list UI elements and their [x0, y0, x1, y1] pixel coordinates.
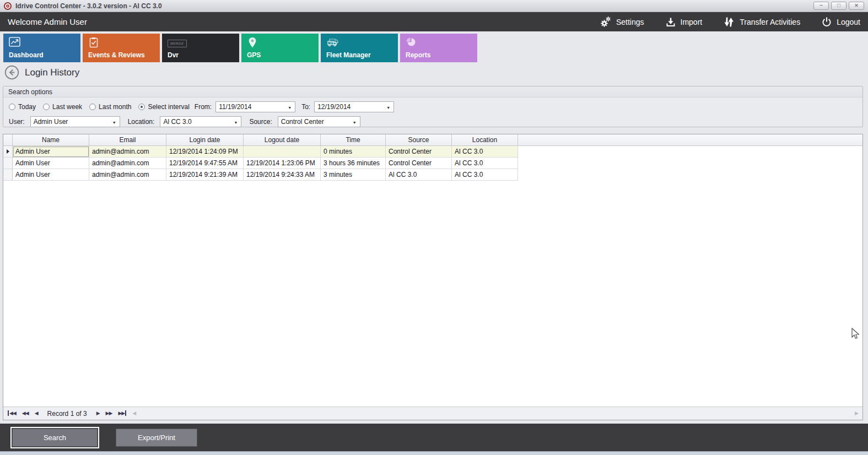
cell-logout-date[interactable] — [244, 146, 321, 158]
cell-logout-date[interactable]: 12/19/2014 9:24:33 AM — [244, 169, 321, 181]
cell-login-date[interactable]: 12/19/2014 9:21:39 AM — [166, 169, 244, 181]
tile-dashboard-label: Dashboard — [9, 51, 44, 59]
radio-last-week[interactable]: Last week — [43, 103, 82, 111]
column-header-name[interactable]: Name — [13, 134, 89, 145]
settings-button[interactable]: Settings — [600, 16, 644, 28]
radio-last-month-label: Last month — [99, 103, 131, 111]
cell-login-date[interactable]: 12/19/2014 1:24:09 PM — [166, 146, 244, 158]
column-header-email[interactable]: Email — [89, 134, 166, 145]
welcome-bar: Welcome Admin User Settings — [0, 12, 868, 31]
nav-last-record-button[interactable] — [118, 411, 126, 416]
tile-dvr-label: Dvr — [168, 51, 179, 59]
source-dropdown[interactable]: Control Center — [278, 116, 360, 127]
filters-row: User: Admin User Location: Al CC 3.0 Sou… — [3, 116, 862, 127]
row-indicator-cell — [3, 169, 13, 181]
back-button[interactable] — [4, 65, 19, 80]
title-bar: Idrive Control Center - 3.0.2 version - … — [0, 0, 868, 12]
column-header-logout-date[interactable]: Logout date — [244, 134, 321, 145]
close-button[interactable] — [849, 2, 864, 10]
cell-logout-date[interactable]: 12/19/2014 1:23:06 PM — [244, 158, 321, 169]
tile-dvr[interactable]: MERGE Dvr — [162, 34, 239, 62]
cell-login-date[interactable]: 12/19/2014 9:47:55 AM — [166, 158, 244, 169]
location-label: Location: — [128, 118, 155, 126]
merge-logo-icon: MERGE — [168, 40, 187, 47]
radio-last-month[interactable]: Last month — [89, 103, 131, 111]
cell-location[interactable]: Al CC 3.0 — [452, 169, 518, 181]
radio-today-label: Today — [18, 103, 36, 111]
trend-chart-icon — [9, 37, 21, 48]
to-date-picker[interactable]: 12/19/2014 — [314, 101, 394, 112]
radio-select-interval-circle — [138, 104, 145, 110]
cell-name[interactable]: Admin User — [13, 169, 89, 181]
search-options-panel: Search options Today Last week Last mont… — [3, 86, 863, 127]
hscroll-left-arrow-icon[interactable] — [132, 411, 136, 416]
cell-name[interactable]: Admin User — [13, 158, 89, 169]
nav-first-record-button[interactable] — [8, 411, 16, 416]
source-value: Control Center — [281, 118, 324, 126]
dropdown-arrow-icon — [353, 118, 357, 126]
cell-name[interactable]: Admin User — [13, 146, 89, 158]
map-pin-icon — [247, 37, 258, 48]
radio-today[interactable]: Today — [9, 103, 36, 111]
user-dropdown[interactable]: Admin User — [30, 116, 120, 127]
tile-gps[interactable]: GPS — [241, 34, 319, 62]
cell-time[interactable]: 0 minutes — [321, 146, 386, 158]
cell-email[interactable]: admin@admin.com — [89, 146, 166, 158]
window-controls — [813, 2, 864, 10]
dropdown-arrow-icon — [234, 118, 238, 126]
column-header-login-date[interactable]: Login date — [166, 134, 244, 145]
column-header-time[interactable]: Time — [321, 134, 386, 145]
radio-last-week-label: Last week — [52, 103, 82, 111]
download-tray-icon — [665, 17, 676, 28]
from-date-picker[interactable]: 11/19/2014 — [215, 101, 295, 112]
import-button[interactable]: Import — [665, 17, 703, 28]
nav-next-page-button[interactable] — [106, 411, 112, 416]
tile-events-reviews[interactable]: Events & Reviews — [83, 34, 160, 62]
settings-label: Settings — [616, 18, 644, 26]
transfer-activities-label: Transfer Activities — [740, 18, 800, 26]
page-title: Login History — [25, 67, 79, 78]
logout-button[interactable]: Logout — [821, 17, 860, 28]
cell-time[interactable]: 3 minutes — [321, 169, 386, 181]
cell-location[interactable]: Al CC 3.0 — [452, 158, 518, 169]
hscroll-right-arrow-icon[interactable] — [855, 411, 858, 416]
nav-previous-record-button[interactable] — [35, 411, 38, 416]
tile-events-reviews-label: Events & Reviews — [88, 51, 145, 59]
column-header-location[interactable]: Location — [452, 134, 518, 145]
record-navigator: Record 1 of 3 — [3, 407, 862, 420]
footer-bar: Search Export/Print — [0, 424, 868, 451]
from-date-value: 11/19/2014 — [219, 103, 251, 111]
cell-source[interactable]: Control Center — [386, 158, 452, 169]
cell-email[interactable]: admin@admin.com — [89, 169, 166, 181]
column-header-filler — [518, 134, 862, 145]
user-label: User: — [9, 118, 25, 126]
tile-reports-label: Reports — [406, 51, 430, 59]
nav-previous-page-button[interactable] — [22, 411, 29, 416]
radio-last-week-circle — [43, 104, 50, 110]
maximize-button[interactable] — [831, 2, 847, 10]
table-row[interactable]: Admin User admin@admin.com 12/19/2014 1:… — [3, 146, 862, 158]
search-button[interactable]: Search — [12, 429, 98, 447]
source-label: Source: — [249, 118, 272, 126]
transfer-activities-button[interactable]: Transfer Activities — [723, 17, 800, 28]
nav-next-record-button[interactable] — [96, 411, 100, 416]
login-history-grid: Name Email Login date Logout date Time S… — [3, 134, 863, 420]
table-row[interactable]: Admin User admin@admin.com 12/19/2014 9:… — [3, 158, 862, 169]
window-bottom-border — [0, 451, 868, 455]
export-print-button[interactable]: Export/Print — [116, 429, 197, 447]
cell-source[interactable]: Al CC 3.0 — [386, 169, 452, 181]
radio-select-interval[interactable]: Select interval — [138, 103, 189, 111]
search-options-header: Search options — [3, 86, 862, 98]
column-header-source[interactable]: Source — [386, 134, 452, 145]
cell-location[interactable]: Al CC 3.0 — [452, 146, 518, 158]
tile-fleet-manager[interactable]: Fleet Manager — [321, 34, 398, 62]
cell-time[interactable]: 3 hours 36 minutes — [321, 158, 386, 169]
tile-dashboard[interactable]: Dashboard — [3, 34, 80, 62]
cell-source[interactable]: Control Center — [386, 146, 452, 158]
location-dropdown[interactable]: Al CC 3.0 — [160, 116, 241, 127]
tile-reports[interactable]: Reports — [400, 34, 477, 62]
mouse-cursor — [851, 328, 861, 340]
cell-email[interactable]: admin@admin.com — [89, 158, 166, 169]
minimize-button[interactable] — [813, 2, 829, 10]
table-row[interactable]: Admin User admin@admin.com 12/19/2014 9:… — [3, 169, 862, 181]
